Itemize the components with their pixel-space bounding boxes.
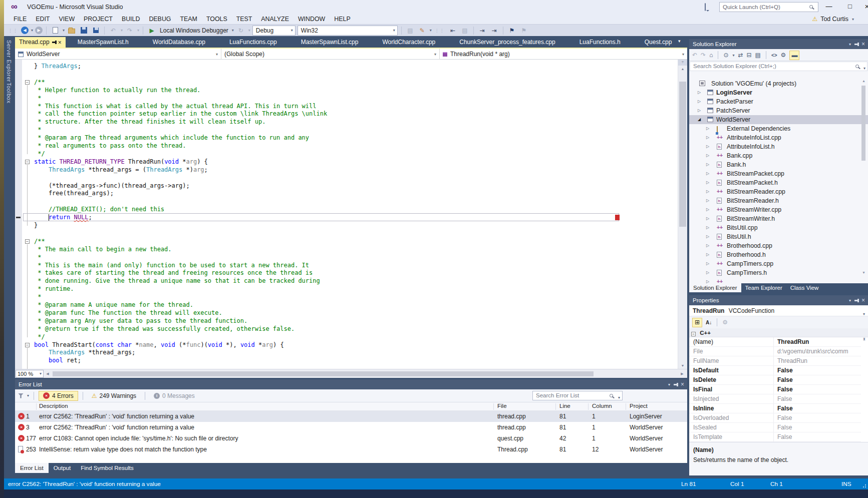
close-icon[interactable]: ×: [681, 381, 684, 388]
tree-item-bitstreamwriter.cpp[interactable]: ▷++BitStreamWriter.cpp: [689, 205, 868, 214]
property-value[interactable]: False: [777, 404, 860, 413]
editor-vertical-scrollbar[interactable]: ÷ ▲ ▼: [678, 60, 687, 369]
tab-worlddatabase.cpp[interactable]: WorldDatabase.cpp: [141, 37, 217, 48]
toolbar-grip[interactable]: ⋮⋮: [435, 28, 445, 33]
fold-collapse-icon[interactable]: −: [25, 160, 30, 164]
tab-masterspawnlist.h[interactable]: MasterSpawnList.h: [66, 37, 141, 48]
close-icon[interactable]: ×: [861, 41, 865, 48]
properties-title[interactable]: Properties: [689, 295, 868, 305]
menu-test[interactable]: TEST: [232, 14, 257, 24]
code-line[interactable]: free(thread_args);: [34, 190, 114, 198]
code-line[interactable]: * structure. After the thread finishes i…: [34, 118, 265, 126]
code-line[interactable]: (*thread_args->func)(thread_args->arg);: [34, 182, 190, 190]
property-row[interactable]: IsDefaultFalse: [689, 366, 861, 375]
show-all-files-icon[interactable]: ▤: [755, 52, 761, 59]
close-icon[interactable]: ×: [861, 297, 865, 304]
property-value[interactable]: False: [777, 423, 860, 432]
error-row[interactable]: 253IntelliSense: return value type does …: [15, 444, 687, 455]
tree-item-attributeinfolist.cpp[interactable]: ▷++AttributeInfoList.cpp: [689, 133, 868, 142]
menu-analyze[interactable]: ANALYZE: [256, 14, 294, 24]
tree-collapsed-icon[interactable]: ▷: [698, 106, 701, 115]
code-line[interactable]: * @param name A unique name for the thre…: [34, 301, 193, 309]
chevron-down-icon[interactable]: ▾: [618, 393, 620, 402]
property-row[interactable]: IsTemplateFalse: [689, 432, 861, 442]
tab-class-view[interactable]: Class View: [786, 283, 823, 292]
close-icon[interactable]: ×: [58, 40, 62, 45]
code-line[interactable]: } ThreadArgs;: [34, 63, 81, 71]
menu-view[interactable]: VIEW: [54, 14, 79, 24]
property-value[interactable]: False: [777, 413, 860, 423]
property-row[interactable]: FullNameThreadRun: [689, 356, 861, 366]
tree-item-brotherhood.h[interactable]: ▷hBrotherhood.h: [689, 250, 868, 259]
toolbar-grip[interactable]: ⋮⋮: [8, 28, 18, 33]
window-position-icon[interactable]: ▾: [849, 42, 851, 47]
chevron-down-icon[interactable]: ▾: [863, 64, 865, 73]
tree-item-packetparser[interactable]: ▷PacketParser: [689, 97, 868, 106]
bookmark-icon[interactable]: ⚑: [507, 26, 517, 36]
property-value[interactable]: False: [777, 394, 860, 404]
column-column[interactable]: Column: [592, 403, 612, 409]
property-row[interactable]: IsDeleteFalse: [689, 375, 861, 385]
tree-item-bitstreampacket.cpp[interactable]: ▷++BitStreamPacket.cpp: [689, 169, 868, 178]
property-value[interactable]: False: [777, 375, 860, 385]
code-line[interactable]: * The main call to begin a new thead.: [34, 246, 172, 254]
code-line[interactable]: * @param arg The thread arguments which …: [34, 134, 309, 142]
tree-collapsed-icon[interactable]: ▷: [706, 250, 709, 259]
code-line[interactable]: * @return true if the thread was success…: [34, 325, 295, 333]
chevron-down-icon[interactable]: ▾: [852, 17, 854, 22]
scroll-left-icon[interactable]: ◀: [44, 370, 52, 377]
code-line[interactable]: * Helper function to actually run the th…: [34, 87, 200, 95]
property-value[interactable]: ThreadRun: [777, 356, 860, 366]
fold-collapse-icon[interactable]: −: [25, 343, 30, 347]
tree-collapsed-icon[interactable]: ▷: [706, 169, 709, 178]
property-value[interactable]: False: [777, 366, 860, 375]
properties-object-combo[interactable]: ThreadRun VCCodeFunction ▾: [689, 305, 868, 316]
property-value[interactable]: d:\vgoemu\trunk\src\comm: [777, 347, 860, 356]
tree-collapsed-icon[interactable]: ▷: [706, 205, 709, 214]
tab-overflow-icon[interactable]: ▾: [678, 39, 681, 44]
tab-output[interactable]: Output: [49, 463, 76, 473]
code-line[interactable]: * real arguments to pass onto the thread…: [34, 142, 186, 150]
tree-item-bitsutil.cpp[interactable]: ▷++BitsUtil.cpp: [689, 223, 868, 232]
property-value[interactable]: False: [777, 385, 860, 394]
filter-dropdown[interactable]: ▾: [27, 393, 29, 398]
code-line[interactable]: ThreadArgs *thread_args = (ThreadArgs *)…: [34, 166, 208, 174]
tree-item-brotherhood.cpp[interactable]: ▷++Brotherhood.cpp: [689, 241, 868, 250]
code-line[interactable]: */: [34, 333, 45, 341]
fold-collapse-icon[interactable]: −: [25, 80, 30, 85]
navigate-back-dropdown[interactable]: ▾: [31, 28, 33, 33]
property-row[interactable]: (Name)ThreadRun: [689, 337, 861, 347]
preview-selected-items-icon[interactable]: ▬: [789, 51, 799, 60]
save-icon[interactable]: [79, 26, 89, 36]
nav-project-combo[interactable]: WorldServer ▾: [15, 49, 221, 60]
collapse-all-icon[interactable]: ⊟: [747, 52, 752, 59]
tree-collapsed-icon[interactable]: ▷: [706, 151, 709, 160]
save-all-icon[interactable]: [91, 26, 101, 36]
property-value[interactable]: False: [777, 432, 860, 442]
code-line[interactable]: bool ret;: [34, 357, 81, 365]
code-line[interactable]: *: [34, 254, 41, 262]
pin-icon[interactable]: [854, 300, 858, 301]
scroll-down-icon[interactable]: ▼: [678, 362, 687, 369]
home-icon[interactable]: ⌂: [709, 52, 713, 59]
tab-luafunctions.h[interactable]: LuaFunctions.h: [567, 37, 633, 48]
editor-splitter-handle[interactable]: ÷: [678, 60, 687, 66]
scroll-right-icon[interactable]: ▶: [678, 370, 686, 377]
properties-category[interactable]: − C++: [689, 328, 868, 337]
start-debug-icon[interactable]: ▶: [147, 26, 157, 36]
tree-collapsed-icon[interactable]: ▷: [698, 88, 701, 97]
menu-team[interactable]: TEAM: [175, 14, 201, 24]
sidebar-item-toolbox[interactable]: Toolbox: [6, 83, 12, 103]
user-name[interactable]: Tod Curtis: [820, 16, 848, 23]
property-row[interactable]: IsFinalFalse: [689, 385, 861, 394]
new-file-dropdown[interactable]: ▾: [63, 28, 65, 33]
filter-icon[interactable]: [18, 393, 24, 398]
nav-member-combo[interactable]: ThreadRun(void * arg) ▾: [440, 49, 687, 60]
tree-item-loginserver[interactable]: ▷LoginServer: [689, 88, 868, 97]
column-file[interactable]: File: [497, 403, 507, 409]
code-line[interactable]: *: [34, 293, 41, 301]
close-button[interactable]: ×: [858, 0, 868, 13]
tab-thread.cpp[interactable]: Thread.cpp×: [15, 37, 66, 48]
tree-item-bitstreamreader.h[interactable]: ▷hBitStreamReader.h: [689, 196, 868, 205]
code-line[interactable]: static THREAD_RETURN_TYPE ThreadRun(void…: [34, 158, 208, 166]
